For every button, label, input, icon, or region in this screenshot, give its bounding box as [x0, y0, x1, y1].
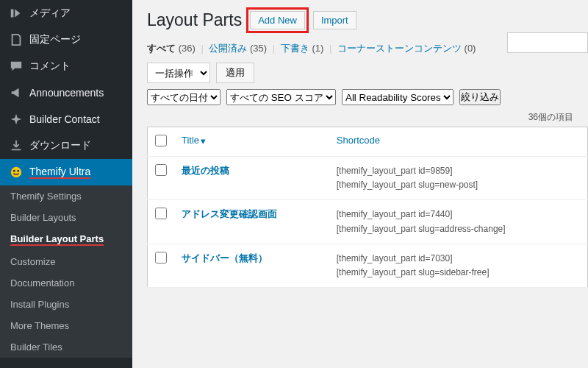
submenu-install-plugins[interactable]: Install Plugins [0, 294, 132, 315]
sidebar-item-media[interactable]: メディア [0, 0, 132, 26]
row-title-link[interactable]: アドレス変更確認画面 [182, 208, 277, 219]
search-box [507, 32, 588, 53]
admin-sidebar: メディア 固定ページ コメント Announcements Builder Co… [0, 0, 132, 368]
row-shortcode: [themify_layout_part id=7030][themify_la… [329, 244, 588, 287]
themify-icon [9, 165, 24, 180]
table-row: 最近の投稿 [themify_layout_part id=9859][them… [148, 157, 588, 200]
row-checkbox[interactable] [155, 208, 167, 219]
sidebar-item-label: Announcements [29, 87, 104, 99]
page-title: Layout Parts [147, 10, 242, 30]
filter-published-count: (35) [250, 43, 267, 54]
media-icon [9, 6, 24, 21]
row-title-link[interactable]: サイドバー（無料） [182, 252, 268, 263]
date-filter-select[interactable]: すべての日付 [147, 89, 220, 105]
add-new-button[interactable]: Add New [250, 11, 305, 29]
sidebar-item-announcements[interactable]: Announcements [0, 79, 132, 106]
filter-button[interactable]: 絞り込み [459, 89, 501, 105]
sidebar-item-label: メディア [29, 7, 71, 20]
sidebar-item-themify-ultra[interactable]: Themify Ultra [0, 159, 132, 185]
sidebar-item-downloads[interactable]: ダウンロード [0, 132, 132, 159]
filter-cornerstone-count: (0) [465, 43, 476, 54]
sidebar-item-label: 固定ページ [29, 33, 81, 46]
item-count: 36個の項目 [147, 108, 588, 127]
row-title-link[interactable]: 最近の投稿 [182, 165, 229, 176]
filter-published[interactable]: 公開済み [209, 43, 247, 54]
submenu-documentation[interactable]: Documentation [0, 272, 132, 294]
select-all-checkbox[interactable] [155, 135, 167, 146]
seo-filter-select[interactable]: すべての SEO スコア [226, 89, 336, 105]
sidebar-item-pages[interactable]: 固定ページ [0, 26, 132, 53]
submenu-customize[interactable]: Customize [0, 251, 132, 272]
pin-icon [9, 112, 24, 127]
submenu-builder-layouts[interactable]: Builder Layouts [0, 207, 132, 228]
sort-icon: ▾ [201, 135, 206, 146]
row-checkbox[interactable] [155, 164, 167, 176]
svg-point-1 [13, 170, 15, 172]
table-row: サイドバー（無料） [themify_layout_part id=7030][… [148, 244, 588, 287]
row-shortcode: [themify_layout_part id=9859][themify_la… [329, 157, 588, 200]
filter-all-count: (36) [179, 43, 196, 54]
row-checkbox[interactable] [155, 252, 167, 263]
column-shortcode: Shortcode [329, 127, 588, 157]
megaphone-icon [9, 85, 24, 100]
select-all-header [148, 127, 175, 157]
row-shortcode: [themify_layout_part id=7440][themify_la… [329, 200, 588, 244]
bulk-action-bar: 一括操作 適用 [147, 63, 588, 83]
filter-draft[interactable]: 下書き [281, 43, 309, 54]
submenu-themify-settings[interactable]: Themify Settings [0, 185, 132, 207]
page-icon [9, 32, 24, 47]
sidebar-item-label: ダウンロード [29, 139, 91, 152]
main-content: Layout Parts Add New Import すべて (36) | 公… [132, 0, 588, 368]
secondary-filters: すべての日付 すべての SEO スコア All Readability Scor… [147, 89, 588, 105]
filter-draft-count: (1) [312, 43, 323, 54]
layout-parts-table: Title▾ Shortcode 最近の投稿 [themify_layout_p… [147, 127, 588, 288]
sidebar-item-comments[interactable]: コメント [0, 53, 132, 79]
sidebar-item-label: コメント [29, 60, 71, 73]
filter-all-label: すべて [147, 43, 176, 54]
highlight-box: Add New [246, 7, 309, 33]
sidebar-submenu: Themify Settings Builder Layouts Builder… [0, 185, 132, 358]
download-icon [9, 138, 24, 153]
search-input[interactable] [507, 32, 588, 53]
table-row: アドレス変更確認画面 [themify_layout_part id=7440]… [148, 200, 588, 244]
column-title[interactable]: Title▾ [174, 127, 329, 157]
apply-button[interactable]: 適用 [216, 63, 254, 83]
readability-filter-select[interactable]: All Readability Scores [342, 89, 453, 105]
sidebar-item-label: Themify Ultra [29, 166, 90, 179]
submenu-builder-tiles[interactable]: Builder Tiles [0, 336, 132, 358]
submenu-more-themes[interactable]: More Themes [0, 315, 132, 336]
bulk-action-select[interactable]: 一括操作 [147, 63, 210, 83]
submenu-builder-layout-parts[interactable]: Builder Layout Parts [0, 228, 132, 251]
comment-icon [9, 59, 24, 74]
sidebar-item-label: Builder Contact [29, 113, 100, 125]
filter-cornerstone[interactable]: コーナーストーンコンテンツ [337, 43, 462, 54]
svg-point-2 [17, 170, 19, 172]
import-button[interactable]: Import [313, 11, 356, 29]
svg-point-0 [11, 167, 21, 177]
sidebar-item-builder-contact[interactable]: Builder Contact [0, 106, 132, 132]
